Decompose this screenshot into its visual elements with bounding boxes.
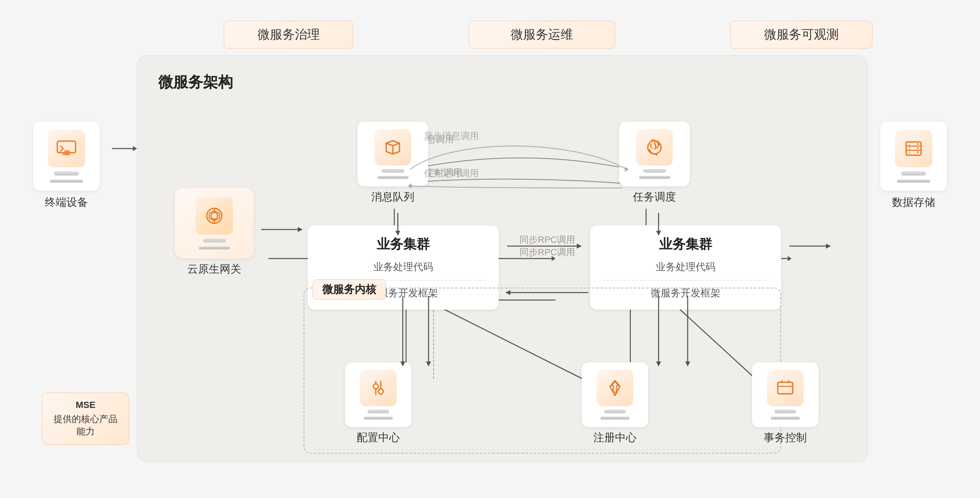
register-icon [597,370,633,406]
svg-marker-15 [788,256,791,261]
ts-ped1 [643,169,666,173]
arrow-rc-storage [789,240,831,254]
mq-label: 消息队列 [371,190,414,204]
terminal-device-node: 终端设备 [33,122,100,210]
tc-ped2 [771,417,800,420]
svg-point-72 [917,147,919,149]
terminal-card [33,122,100,191]
rc-ped2 [600,417,630,420]
gw-ped2 [199,247,230,249]
cc-ped2 [364,417,393,420]
rc-title: 业务集群 [603,235,769,254]
mse-label: MSE 提供的核心产品能力 [42,393,129,445]
arrow-lc-register [422,296,435,366]
arrow-mq-lc [392,213,404,237]
svg-point-73 [917,151,919,153]
mse-line1: MSE [50,400,121,410]
arrow-lc-config [397,296,409,366]
ts-label: 任务调度 [633,190,676,204]
top-categories: 微服务治理 微服务运维 微服务可观测 [33,21,947,49]
lc-sub1: 业务处理代码 [320,260,486,273]
mq-ped1 [382,169,404,173]
tc-label: 事务控制 [764,430,807,445]
storage-icon [895,130,932,167]
message-queue-icon [375,129,411,166]
ds-label: 数据存储 [892,195,935,210]
rc-sub1: 业务处理代码 [603,260,769,273]
svg-point-44 [378,389,383,394]
arrow-rc-register [652,296,665,368]
data-storage-card [880,122,947,191]
gateway-label: 云原生网关 [187,262,241,276]
arch-box: 微服务架构 [137,55,868,462]
svg-marker-38 [298,227,303,232]
async-arrow-label: 异步消息调用 [424,130,479,142]
svg-marker-56 [656,361,661,366]
category-observability: 微服务可观测 [730,21,872,49]
mq-ped2 [377,176,409,179]
data-storage-node: 数据存储 [880,122,947,210]
ds-ped1 [901,171,926,176]
terminal-icon [48,130,85,167]
arch-title: 微服务架构 [158,72,847,93]
config-center-card [345,362,412,427]
category-ops: 微服务运维 [469,21,615,49]
register-center-card [582,362,648,427]
svg-marker-40 [577,244,582,249]
arrow-gw-lc [261,223,303,236]
task-schedule-icon [636,129,673,166]
svg-point-34 [211,212,218,219]
svg-marker-66 [826,244,831,249]
terminal-label: 终端设备 [45,195,88,210]
arrow-rc-transaction [681,296,694,368]
lc-title: 业务集群 [320,235,486,254]
gateway-node: 云原生网关 [175,188,254,276]
svg-point-42 [373,384,378,389]
timer-arrow-label: 任务定时调用 [424,167,479,180]
svg-marker-5 [133,146,137,151]
svg-marker-58 [685,361,690,366]
svg-marker-54 [505,290,510,295]
pedestal-1 [54,171,79,176]
cc-ped1 [368,410,389,413]
register-center-node: 注册中心 [582,362,648,445]
message-queue-node: 消息队列 [358,122,428,204]
arrow-terminal-gateway [112,142,137,155]
category-governance: 微服务治理 [224,21,353,49]
diagram-area: 异步消息调用 任务定时调用 同步RPC调用 [158,105,847,462]
svg-rect-45 [778,382,793,394]
svg-marker-52 [426,361,431,366]
transaction-control-card [752,362,818,427]
task-schedule-node: 任务调度 [619,122,690,204]
main-container: 微服务治理 微服务运维 微服务可观测 [33,21,947,477]
svg-marker-50 [400,361,405,366]
arrow-ts-rc [652,213,665,237]
svg-marker-62 [656,231,661,236]
tc-ped1 [774,410,796,413]
ds-ped2 [897,180,930,183]
gateway-icon [196,197,233,234]
gateway-card [175,188,254,259]
rpc-label-display: 同步RPC调用 [519,234,575,246]
transaction-icon [767,370,804,406]
config-center-node: 配置中心 [345,362,412,445]
rc-ped1 [604,410,626,413]
task-schedule-card [619,122,690,186]
transaction-control-node: 事务控制 [752,362,818,445]
message-queue-card [358,122,428,186]
svg-point-71 [917,143,919,145]
config-icon [360,370,397,406]
register-label: 注册中心 [593,430,637,445]
ts-ped2 [639,176,670,179]
cc-label: 配置中心 [357,430,400,445]
inner-core-title: 微服务内核 [313,279,386,300]
gw-ped1 [203,239,226,242]
arrow-rc-back [505,286,588,300]
pedestal-2 [50,180,83,183]
mse-line2: 提供的核心产品能力 [50,413,121,438]
svg-marker-60 [395,231,400,236]
arch-wrapper: 终端设备 微服务架构 [33,55,947,462]
svg-rect-67 [906,142,921,155]
